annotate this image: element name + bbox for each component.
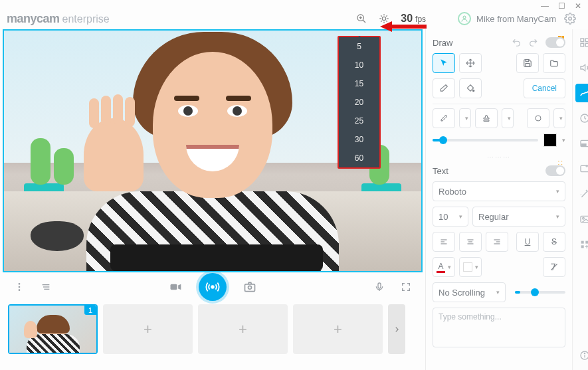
svg-rect-20 (526, 60, 529, 62)
microphone-button[interactable] (368, 276, 391, 298)
rail-draw-icon[interactable] (575, 84, 589, 102)
fps-option[interactable]: 5 (339, 37, 379, 56)
fps-option[interactable]: 10 (339, 56, 379, 74)
svg-point-18 (248, 286, 252, 289)
text-input[interactable]: Type something... (433, 308, 565, 347)
zoom-icon[interactable] (353, 10, 370, 27)
fps-dropdown[interactable]: 5 10 15 20 25 30 60 (338, 36, 381, 169)
svg-point-46 (582, 217, 584, 219)
preset-slot-1[interactable]: 1 (8, 304, 98, 354)
scroll-speed-slider[interactable] (515, 291, 565, 294)
draw-section-title: Draw (433, 38, 452, 48)
brand-edition: enterprise (62, 13, 110, 25)
rail-overlay-icon[interactable] (575, 159, 589, 178)
preset-badge: 1 (84, 306, 96, 315)
stamp-dropdown[interactable]: ▾ (502, 108, 514, 128)
font-color-button[interactable]: A▾ (433, 257, 455, 277)
stamp-tool[interactable] (475, 108, 498, 128)
svg-marker-38 (581, 64, 585, 70)
scroll-select[interactable]: No Scrolling▾ (433, 282, 506, 302)
rail-image-icon[interactable] (575, 210, 589, 229)
fps-option[interactable]: 25 (339, 112, 379, 130)
svg-point-16 (211, 286, 214, 288)
playlist-button[interactable] (35, 276, 57, 298)
text-placeholder: Type something... (439, 312, 502, 322)
undo-button[interactable] (511, 38, 522, 47)
svg-rect-41 (581, 144, 586, 146)
svg-rect-34 (581, 39, 584, 42)
font-size-value: 10 (439, 212, 448, 222)
svg-rect-47 (581, 241, 583, 244)
pencil-tool[interactable] (433, 108, 455, 128)
svg-rect-45 (581, 216, 589, 222)
svg-point-6 (569, 17, 572, 21)
eraser-tool[interactable] (433, 78, 455, 98)
text-section-title: Text (433, 166, 448, 176)
settings-button[interactable] (561, 10, 579, 27)
snapshot-button[interactable] (239, 276, 261, 298)
underline-button[interactable]: U (516, 232, 539, 252)
rail-effects-icon[interactable] (575, 185, 589, 203)
stroke-width-slider[interactable] (433, 139, 538, 141)
cancel-button[interactable]: Cancel (524, 78, 565, 98)
rail-apps-icon[interactable] (575, 235, 589, 254)
rail-lowerthird-icon[interactable] (575, 134, 589, 153)
preset-slot-4[interactable]: + (293, 304, 383, 354)
align-left-button[interactable] (433, 232, 455, 252)
svg-marker-7 (380, 21, 427, 32)
stroke-color-swatch[interactable] (543, 134, 557, 147)
svg-line-1 (363, 20, 365, 23)
rail-info-icon[interactable] (575, 346, 589, 365)
svg-rect-14 (171, 284, 177, 290)
bg-color-button[interactable]: ▾ (459, 257, 482, 277)
align-center-button[interactable] (459, 232, 482, 252)
fps-option[interactable]: 30 (339, 130, 379, 149)
annotation-arrow (380, 20, 427, 33)
rail-presets-icon[interactable] (575, 33, 589, 52)
text-toggle[interactable] (545, 165, 565, 176)
record-video-button[interactable] (164, 276, 187, 298)
font-select[interactable]: Roboto▾ (433, 181, 565, 201)
section-grip[interactable]: ⋯⋯⋯ (433, 153, 565, 157)
svg-rect-21 (526, 64, 530, 67)
fullscreen-button[interactable] (395, 276, 417, 298)
align-right-button[interactable] (486, 232, 508, 252)
redo-button[interactable] (528, 38, 539, 47)
strikethrough-button[interactable]: S (543, 232, 565, 252)
preset-slot-2[interactable]: + (103, 304, 193, 354)
svg-rect-36 (581, 43, 584, 46)
svg-point-5 (463, 16, 466, 19)
user-name: Mike from ManyCam (476, 14, 556, 24)
broadcast-button[interactable] (199, 273, 227, 301)
save-draw-button[interactable] (516, 53, 539, 73)
clear-text-button[interactable] (543, 257, 565, 277)
svg-rect-37 (585, 43, 588, 46)
scroll-value: No Scrolling (439, 288, 485, 298)
stroke-color-dropdown[interactable]: ▾ (562, 137, 565, 143)
user-chip[interactable]: Mike from ManyCam (458, 12, 556, 25)
more-menu-button[interactable] (8, 276, 31, 298)
draw-toggle[interactable] (545, 37, 565, 48)
shape-tool[interactable] (527, 108, 549, 128)
open-draw-button[interactable] (543, 53, 565, 73)
fps-option[interactable]: 15 (339, 74, 379, 93)
fps-option[interactable]: 20 (339, 93, 379, 112)
close-button[interactable]: ✕ (575, 1, 581, 8)
pointer-tool[interactable] (433, 53, 455, 73)
fps-option[interactable]: 60 (339, 149, 379, 167)
preset-slot-3[interactable]: + (198, 304, 288, 354)
font-size-select[interactable]: 10▾ (433, 207, 468, 227)
shape-dropdown[interactable]: ▾ (553, 108, 565, 128)
maximize-button[interactable]: ☐ (558, 1, 565, 8)
pencil-dropdown[interactable]: ▾ (459, 108, 471, 128)
move-tool[interactable] (459, 53, 482, 73)
minimize-button[interactable]: — (541, 1, 549, 8)
svg-point-8 (19, 283, 21, 285)
rail-audio-icon[interactable] (575, 58, 589, 77)
svg-rect-49 (581, 245, 583, 248)
svg-rect-48 (585, 241, 588, 244)
rail-time-icon[interactable] (575, 109, 589, 128)
preset-next-button[interactable] (388, 304, 405, 354)
fill-tool[interactable] (459, 78, 482, 98)
font-weight-select[interactable]: Regular▾ (472, 207, 565, 227)
